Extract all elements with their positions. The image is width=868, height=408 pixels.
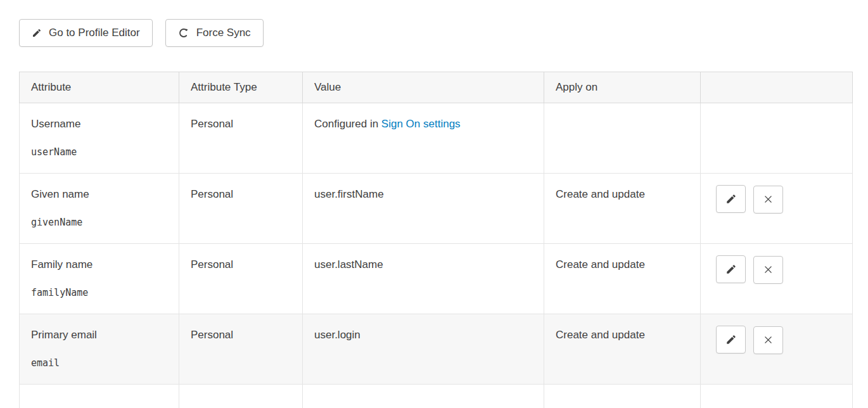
- value-cell: [303, 385, 544, 408]
- attribute-mappings-page: Go to Profile Editor Force Sync Attribut…: [0, 0, 868, 408]
- attribute-type-value: Personal: [191, 258, 233, 271]
- attribute-type-cell: Personal: [179, 244, 303, 314]
- apply-on-cell: Create and update: [544, 314, 701, 385]
- attribute-variable-name: givenName: [31, 217, 167, 228]
- attribute-display-name: Primary email: [31, 329, 167, 341]
- value-cell: user.login: [303, 314, 544, 385]
- attribute-display-name: Username: [31, 118, 167, 131]
- apply-on-value: Create and update: [556, 258, 645, 271]
- table-header: Attribute Attribute Type Value Apply on: [20, 72, 853, 103]
- attribute-variable-name: userName: [31, 146, 167, 158]
- actions-cell: [701, 244, 853, 314]
- attribute-type-cell: Personal: [179, 103, 303, 174]
- attribute-type-cell: Personal: [179, 314, 303, 385]
- pencil-icon: [32, 28, 42, 38]
- apply-on-value: Create and update: [556, 329, 645, 341]
- close-icon: [763, 194, 774, 205]
- go-to-profile-editor-button[interactable]: Go to Profile Editor: [19, 19, 153, 47]
- attribute-display-name: Family name: [31, 258, 167, 271]
- attribute-type-value: Personal: [191, 329, 233, 341]
- apply-on-cell: [544, 385, 701, 408]
- attribute-type-value: Personal: [191, 118, 233, 130]
- close-icon: [763, 335, 774, 345]
- value-cell: Configured in Sign On settings: [303, 103, 544, 174]
- remove-attribute-button[interactable]: [753, 256, 783, 284]
- value-cell: user.firstName: [303, 174, 544, 244]
- table-row: Family name familyName Personal user.las…: [20, 244, 853, 314]
- apply-on-cell: Create and update: [544, 244, 701, 314]
- edit-attribute-button[interactable]: [716, 185, 746, 213]
- table-row-partial: [20, 385, 853, 408]
- actions-cell: [701, 174, 853, 244]
- edit-attribute-button[interactable]: [716, 255, 746, 283]
- table-row: Username userName Personal Configured in…: [20, 103, 853, 174]
- remove-attribute-button[interactable]: [753, 326, 783, 354]
- value-text: user.login: [314, 329, 361, 341]
- remove-attribute-button[interactable]: [753, 186, 783, 214]
- refresh-icon: [178, 27, 189, 39]
- edit-attribute-button[interactable]: [716, 326, 746, 354]
- attribute-cell: [20, 385, 179, 408]
- attribute-cell: Username userName: [20, 103, 179, 174]
- close-icon: [763, 264, 774, 275]
- pencil-icon: [725, 193, 737, 205]
- toolbar: Go to Profile Editor Force Sync: [19, 19, 868, 47]
- column-header-value: Value: [303, 72, 544, 103]
- value-text: user.lastName: [314, 258, 383, 271]
- apply-on-value: Create and update: [556, 188, 645, 200]
- column-header-attribute: Attribute: [20, 72, 179, 103]
- column-header-apply-on: Apply on: [544, 72, 701, 103]
- actions-cell: [701, 103, 853, 174]
- sign-on-settings-link[interactable]: Sign On settings: [381, 118, 461, 130]
- attribute-type-cell: Personal: [179, 174, 303, 244]
- attribute-cell: Given name givenName: [20, 174, 179, 244]
- actions-cell: [701, 385, 853, 408]
- go-to-profile-editor-label: Go to Profile Editor: [49, 27, 140, 39]
- actions-cell: [701, 314, 853, 385]
- force-sync-label: Force Sync: [196, 27, 251, 39]
- pencil-icon: [725, 264, 737, 275]
- value-cell: user.lastName: [303, 244, 544, 314]
- column-header-attribute-type: Attribute Type: [179, 72, 303, 103]
- column-header-actions: [701, 72, 853, 103]
- value-prefix-text: Configured in: [314, 118, 381, 130]
- apply-on-cell: [544, 103, 701, 174]
- attribute-type-cell: [179, 385, 303, 408]
- attribute-display-name: Given name: [31, 188, 167, 201]
- table-row: Primary email email Personal user.login …: [20, 314, 853, 385]
- table-row: Given name givenName Personal user.first…: [20, 174, 853, 244]
- force-sync-button[interactable]: Force Sync: [165, 19, 264, 47]
- attribute-mappings-table: Attribute Attribute Type Value Apply on …: [19, 72, 853, 408]
- attribute-type-value: Personal: [191, 188, 233, 200]
- attribute-variable-name: familyName: [31, 287, 167, 298]
- apply-on-cell: Create and update: [544, 174, 701, 244]
- attribute-cell: Family name familyName: [20, 244, 179, 314]
- attribute-cell: Primary email email: [20, 314, 179, 385]
- attribute-variable-name: email: [31, 357, 167, 369]
- value-text: user.firstName: [314, 188, 384, 200]
- pencil-icon: [725, 334, 737, 345]
